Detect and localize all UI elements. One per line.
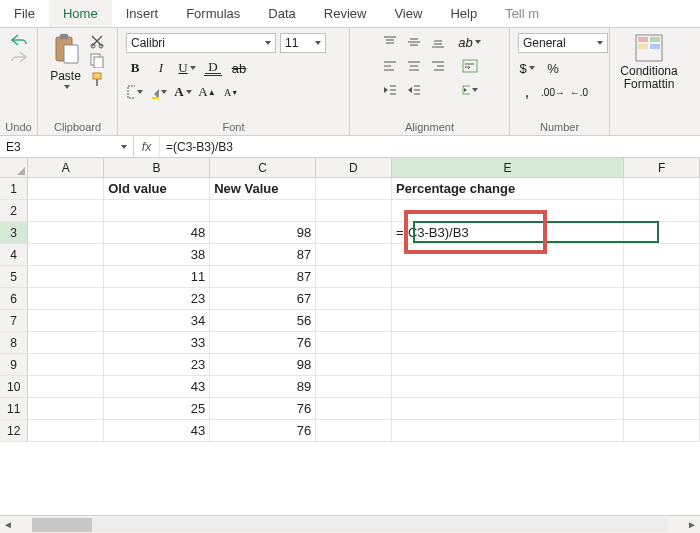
cell-C4[interactable]: 87 <box>210 244 316 266</box>
cell-D12[interactable] <box>316 420 392 442</box>
row-header-6[interactable]: 6 <box>0 288 28 310</box>
cell-F8[interactable] <box>624 332 700 354</box>
row-header-3[interactable]: 3 <box>0 222 28 244</box>
align-top-icon[interactable] <box>381 33 399 51</box>
cell-F9[interactable] <box>624 354 700 376</box>
row-header-11[interactable]: 11 <box>0 398 28 420</box>
orientation-icon[interactable]: ab <box>461 33 479 51</box>
cell-F4[interactable] <box>624 244 700 266</box>
cell-E6[interactable] <box>392 288 624 310</box>
cell-F5[interactable] <box>624 266 700 288</box>
cell-B3[interactable]: 48 <box>104 222 210 244</box>
strike-button[interactable]: ab <box>230 59 248 77</box>
align-bottom-icon[interactable] <box>429 33 447 51</box>
decrease-decimal-icon[interactable]: ←.0 <box>570 83 588 101</box>
scroll-right-icon[interactable]: ► <box>684 519 700 530</box>
cell-E12[interactable] <box>392 420 624 442</box>
row-header-10[interactable]: 10 <box>0 376 28 398</box>
percent-icon[interactable]: % <box>544 59 562 77</box>
col-header-E[interactable]: E <box>392 158 625 177</box>
underline-button[interactable]: U <box>178 59 196 77</box>
cut-icon[interactable] <box>89 33 105 49</box>
cell-F6[interactable] <box>624 288 700 310</box>
cell-C1[interactable]: New Value <box>210 178 316 200</box>
paste-button[interactable]: Paste <box>50 33 81 89</box>
double-underline-button[interactable]: D <box>204 61 222 76</box>
cell-F10[interactable] <box>624 376 700 398</box>
scroll-thumb[interactable] <box>32 518 92 532</box>
row-header-1[interactable]: 1 <box>0 178 28 200</box>
cell-E7[interactable] <box>392 310 624 332</box>
cell-A5[interactable] <box>28 266 104 288</box>
cell-E9[interactable] <box>392 354 624 376</box>
cell-A10[interactable] <box>28 376 104 398</box>
align-middle-icon[interactable] <box>405 33 423 51</box>
italic-button[interactable]: I <box>152 59 170 77</box>
cell-D11[interactable] <box>316 398 392 420</box>
cell-E4[interactable] <box>392 244 624 266</box>
cell-B7[interactable]: 34 <box>104 310 210 332</box>
font-name-select[interactable]: Calibri <box>126 33 276 53</box>
tab-review[interactable]: Review <box>310 0 381 27</box>
cell-E1[interactable]: Percentage change <box>392 178 624 200</box>
merge-icon[interactable] <box>461 81 479 99</box>
cell-E2[interactable] <box>392 200 624 222</box>
cell-A7[interactable] <box>28 310 104 332</box>
cell-D10[interactable] <box>316 376 392 398</box>
redo-icon[interactable] <box>10 50 28 64</box>
cell-C8[interactable]: 76 <box>210 332 316 354</box>
formula-input[interactable]: =(C3-B3)/B3 <box>160 140 700 154</box>
align-center-icon[interactable] <box>405 57 423 75</box>
col-header-A[interactable]: A <box>28 158 104 177</box>
cell-F7[interactable] <box>624 310 700 332</box>
format-painter-icon[interactable] <box>89 71 105 87</box>
cell-B5[interactable]: 11 <box>104 266 210 288</box>
copy-icon[interactable] <box>89 52 105 68</box>
cell-A4[interactable] <box>28 244 104 266</box>
cell-B2[interactable] <box>104 200 210 222</box>
cell-C7[interactable]: 56 <box>210 310 316 332</box>
align-left-icon[interactable] <box>381 57 399 75</box>
increase-indent-icon[interactable] <box>405 81 423 99</box>
font-color-button[interactable]: A <box>174 83 192 101</box>
cell-E5[interactable] <box>392 266 624 288</box>
row-header-12[interactable]: 12 <box>0 420 28 442</box>
cell-B6[interactable]: 23 <box>104 288 210 310</box>
row-header-4[interactable]: 4 <box>0 244 28 266</box>
cell-B12[interactable]: 43 <box>104 420 210 442</box>
cell-A2[interactable] <box>28 200 104 222</box>
cell-D5[interactable] <box>316 266 392 288</box>
tab-home[interactable]: Home <box>49 0 112 27</box>
cell-C10[interactable]: 89 <box>210 376 316 398</box>
cell-C5[interactable]: 87 <box>210 266 316 288</box>
name-box[interactable]: E3 <box>0 136 134 157</box>
font-size-select[interactable]: 11 <box>280 33 326 53</box>
tab-tell-m[interactable]: Tell m <box>491 0 553 27</box>
scroll-track[interactable] <box>32 518 668 532</box>
tab-formulas[interactable]: Formulas <box>172 0 254 27</box>
cell-B4[interactable]: 38 <box>104 244 210 266</box>
row-header-5[interactable]: 5 <box>0 266 28 288</box>
cell-F1[interactable] <box>624 178 700 200</box>
increase-decimal-icon[interactable]: .00→ <box>544 83 562 101</box>
currency-icon[interactable]: $ <box>518 59 536 77</box>
scroll-left-icon[interactable]: ◄ <box>0 519 16 530</box>
number-format-select[interactable]: General <box>518 33 608 53</box>
cell-C11[interactable]: 76 <box>210 398 316 420</box>
cell-D4[interactable] <box>316 244 392 266</box>
cell-E11[interactable] <box>392 398 624 420</box>
tab-insert[interactable]: Insert <box>112 0 173 27</box>
comma-icon[interactable]: , <box>518 83 536 101</box>
cell-C12[interactable]: 76 <box>210 420 316 442</box>
cell-D3[interactable] <box>316 222 392 244</box>
undo-icon[interactable] <box>10 33 28 47</box>
bold-button[interactable]: B <box>126 59 144 77</box>
cell-D6[interactable] <box>316 288 392 310</box>
cell-B8[interactable]: 33 <box>104 332 210 354</box>
row-header-9[interactable]: 9 <box>0 354 28 376</box>
tab-view[interactable]: View <box>380 0 436 27</box>
cell-C6[interactable]: 67 <box>210 288 316 310</box>
tab-file[interactable]: File <box>0 0 49 27</box>
cell-A12[interactable] <box>28 420 104 442</box>
borders-button[interactable] <box>126 83 144 101</box>
